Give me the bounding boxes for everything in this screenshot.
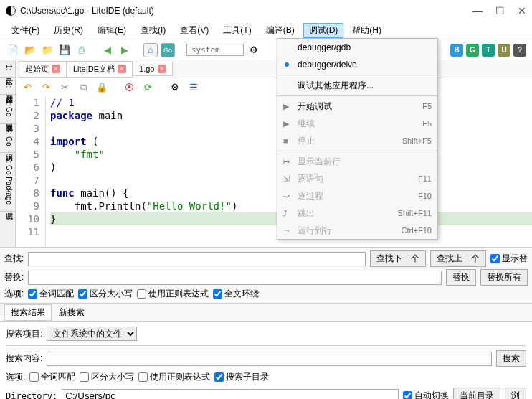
- minimize-button[interactable]: —: [472, 5, 483, 17]
- menu-item: ⇲逐语句F11: [277, 170, 437, 187]
- badge-?[interactable]: ?: [513, 44, 526, 57]
- list-icon[interactable]: ☰: [186, 80, 201, 95]
- search-opt[interactable]: 全词匹配: [29, 371, 75, 383]
- search-project-select[interactable]: 文件系统中的文件: [47, 327, 137, 341]
- editor-toolbar: ↶ ↷ ✂ ⧉ 🔒 ⦿ ⟳ ⚙ ☰: [16, 78, 532, 96]
- menu-item: ↦显示当前行: [277, 153, 437, 170]
- find-opt[interactable]: 全文环绕: [213, 288, 259, 300]
- saveall-icon[interactable]: ⎙: [75, 43, 89, 57]
- search-content-label: 搜索内容:: [6, 352, 42, 365]
- tab-search-results[interactable]: 搜索结果: [4, 304, 52, 321]
- open-icon[interactable]: 📂: [23, 43, 37, 57]
- menu-编辑(E)[interactable]: 编辑(E): [92, 23, 132, 38]
- badge-B[interactable]: B: [450, 44, 463, 57]
- menu-item[interactable]: debugger/gdb: [277, 39, 437, 56]
- close-button[interactable]: ✕: [518, 5, 526, 17]
- close-tab-icon[interactable]: ×: [52, 65, 60, 73]
- show-replace-checkbox[interactable]: 显示替: [490, 253, 528, 265]
- tab-new-search[interactable]: 新搜索: [59, 306, 85, 319]
- search-opt[interactable]: 区分大小写: [80, 371, 134, 383]
- menu-历史(R)[interactable]: 历史(R): [48, 23, 89, 38]
- menu-调试(D)[interactable]: 调试(D): [303, 23, 344, 38]
- forward-icon[interactable]: ▶: [118, 43, 132, 57]
- redo-icon[interactable]: ↷: [39, 80, 53, 95]
- menu-item: →运行到行Ctrl+F10: [277, 222, 437, 239]
- find-opt[interactable]: 区分大小写: [78, 288, 133, 300]
- new-icon[interactable]: 📄: [6, 43, 20, 57]
- undo-icon[interactable]: ↶: [20, 80, 34, 95]
- find-replace-panel: 查找: 查找下一个 查找上一个 显示替 替换: 替换 替换所有 选项: 全词匹配…: [0, 247, 532, 303]
- search-opt[interactable]: 搜索子目录: [214, 371, 269, 383]
- toolbar: 📄 📂 📁 💾 ⎙ ◀ ▶ ⌂ Go system ⚙ BGTU?: [0, 39, 532, 60]
- menu-编译(B)[interactable]: 编译(B): [260, 23, 300, 38]
- replace-all-button[interactable]: 替换所有: [480, 269, 528, 286]
- doctab[interactable]: 1.go×: [133, 62, 172, 76]
- settings-icon[interactable]: ⚙: [247, 43, 261, 57]
- stop-icon[interactable]: ⦿: [122, 80, 136, 95]
- find-label: 查找:: [4, 253, 24, 265]
- copy-icon[interactable]: ⧉: [76, 80, 90, 95]
- sidetab[interactable]: 1: 目录: [0, 60, 15, 78]
- doctab[interactable]: 起始页×: [19, 61, 67, 78]
- folder-icon[interactable]: 📁: [40, 43, 54, 57]
- menu-查找(I)[interactable]: 查找(I): [135, 23, 171, 38]
- save-icon[interactable]: 💾: [57, 43, 72, 57]
- search-opts-label: 选项:: [6, 371, 25, 383]
- menu-帮助(H)[interactable]: 帮助(H): [346, 23, 387, 38]
- replace-button[interactable]: 替换: [446, 269, 476, 286]
- find-opt[interactable]: 使用正则表达式: [137, 288, 209, 300]
- window-title: C:\Users\pc\1.go - LiteIDE (default): [20, 6, 154, 16]
- find-opt[interactable]: 全词匹配: [28, 288, 74, 300]
- menubar: 文件(F)历史(R)编辑(E)查找(I)查看(V)工具(T)编译(B)调试(D)…: [0, 22, 532, 39]
- autoswitch-checkbox[interactable]: 自动切换: [403, 390, 449, 399]
- gear-icon[interactable]: ⚙: [168, 80, 182, 95]
- search-button[interactable]: 搜索: [496, 350, 526, 367]
- close-tab-icon[interactable]: ×: [118, 65, 126, 73]
- env-select[interactable]: system: [186, 44, 244, 56]
- menu-item: ▶继续F5: [277, 115, 437, 132]
- find-input[interactable]: [28, 252, 366, 266]
- find-prev-button[interactable]: 查找上一个: [430, 250, 486, 267]
- directory-input[interactable]: [62, 389, 399, 400]
- current-dir-button[interactable]: 当前目录: [453, 388, 500, 399]
- search-opt[interactable]: 使用正则表达式: [138, 371, 210, 383]
- doctab[interactable]: LiteIDE文档×: [67, 61, 133, 78]
- results-tabs: 搜索结果 新搜索: [0, 303, 532, 321]
- close-tab-icon[interactable]: ×: [158, 65, 166, 73]
- sidetab[interactable]: 4: Go 大纲: [0, 124, 15, 153]
- badge-T[interactable]: T: [482, 44, 495, 57]
- menu-item: ⤻逐过程F10: [277, 187, 437, 205]
- code-editor[interactable]: 1234567891011 // 1package mainimport ( "…: [16, 96, 532, 247]
- maximize-button[interactable]: ☐: [495, 5, 505, 17]
- home-icon[interactable]: ⌂: [143, 43, 158, 57]
- menu-item: ⤴跳出Shift+F11: [277, 205, 437, 222]
- options-label: 选项:: [4, 288, 24, 300]
- back-icon[interactable]: ◀: [100, 43, 115, 57]
- replace-input[interactable]: [28, 271, 442, 285]
- badge-U[interactable]: U: [498, 44, 510, 57]
- search-panel: 搜索项目: 文件系统中的文件 搜索内容: 搜索 选项: 全词匹配区分大小写使用正…: [0, 321, 532, 399]
- menu-文件(F)[interactable]: 文件(F): [6, 23, 45, 38]
- menu-item[interactable]: 调试其他应用程序...: [277, 77, 437, 94]
- lock-icon[interactable]: 🔒: [95, 80, 109, 95]
- menu-查看(V)[interactable]: 查看(V): [174, 23, 214, 38]
- search-content-input[interactable]: [47, 352, 492, 366]
- sidetab[interactable]: 3: Go 类视图: [0, 95, 15, 123]
- go-icon[interactable]: Go: [161, 43, 175, 57]
- menu-item[interactable]: debugger/delve: [277, 56, 437, 73]
- find-next-button[interactable]: 查找下一个: [370, 250, 426, 267]
- sidetab[interactable]: 2: 打开文档: [0, 78, 15, 95]
- titlebar: C:\Users\pc\1.go - LiteIDE (default) — ☐…: [0, 0, 532, 22]
- sidetab[interactable]: 5: Go Package 测试: [0, 153, 15, 212]
- browse-button[interactable]: 浏: [505, 388, 526, 399]
- directory-label: Directory:: [6, 391, 57, 400]
- badge-G[interactable]: G: [466, 44, 479, 57]
- menu-item[interactable]: ▶开始调试F5: [277, 98, 437, 115]
- menu-item: ■停止Shift+F5: [277, 132, 437, 149]
- debug-menu-dropdown: debugger/gdbdebugger/delve调试其他应用程序...▶开始…: [277, 38, 438, 240]
- replace-label: 替换:: [4, 271, 24, 283]
- cut-icon[interactable]: ✂: [57, 80, 72, 95]
- refresh-icon[interactable]: ⟳: [141, 80, 155, 95]
- search-project-label: 搜索项目:: [6, 328, 42, 340]
- menu-工具(T)[interactable]: 工具(T): [217, 23, 257, 38]
